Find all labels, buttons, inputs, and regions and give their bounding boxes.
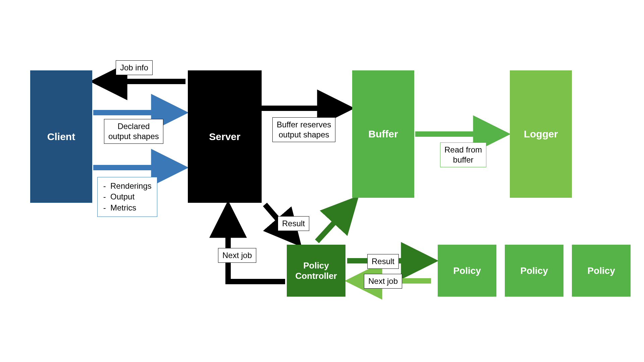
label-read-from-buffer: Read from buffer [440,142,486,167]
node-policy-1-label: Policy [453,265,481,276]
node-policy-1: Policy [438,245,496,297]
label-declared: Declared output shapes [104,119,163,144]
label-buffer-reserves: Buffer reserves output shapes [272,117,335,142]
node-buffer-label: Buffer [368,128,398,140]
node-client-label: Client [47,131,75,142]
label-job-info: Job info [116,60,153,75]
label-renderings: RenderingsOutputMetrics [97,177,157,217]
node-client: Client [30,70,92,203]
list-item: Output [110,191,152,202]
node-policy-controller-label: Policy Controller [295,260,337,281]
node-buffer: Buffer [352,70,414,198]
node-policy-3: Policy [572,245,631,297]
node-logger: Logger [510,70,572,198]
node-policy-3-label: Policy [587,265,615,276]
list-item: Metrics [110,202,152,213]
node-server-label: Server [209,131,240,142]
list-item: Renderings [110,181,152,191]
node-logger-label: Logger [524,128,558,140]
arrow-pc-to-buffer [317,201,354,241]
label-next-job-left: Next job [218,248,256,263]
node-policy-2: Policy [505,245,564,297]
label-result-top: Result [278,216,309,231]
node-policy-2-label: Policy [520,265,548,276]
node-server: Server [188,70,262,203]
node-policy-controller: Policy Controller [287,245,345,297]
label-result-right: Result [367,254,399,269]
label-next-job-right: Next job [364,274,402,289]
